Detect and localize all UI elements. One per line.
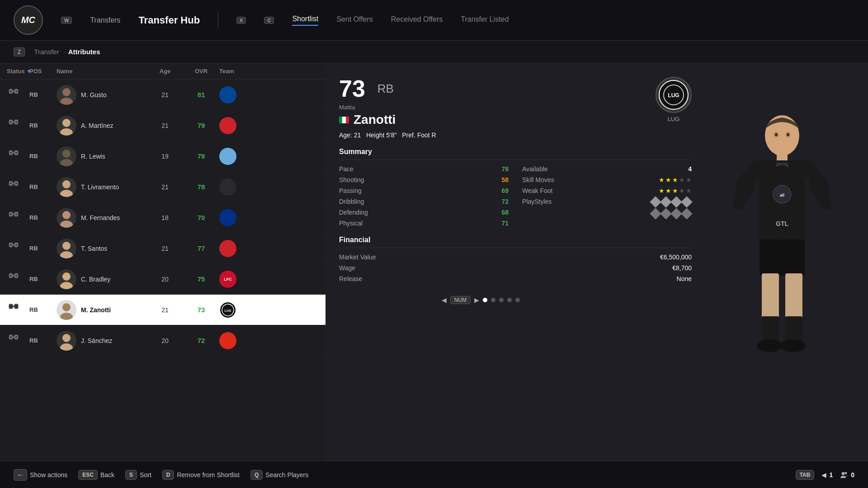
svg-point-9 [10,121,12,123]
svg-point-40 [62,242,71,250]
player-row[interactable]: RB T. Livramento 21 78 [0,172,326,202]
player-row[interactable]: RB T. Santos 21 77 [0,233,326,264]
player-row[interactable]: RB A. Martínez 21 79 [0,110,326,141]
back-label: Back [100,471,114,479]
page-next-icon[interactable]: ▶ [474,296,479,304]
player-row-selected[interactable]: RB M. Zanotti 21 73 LUG [0,295,326,325]
nav-prev-icon: ◀ [821,471,826,479]
team-badge [219,86,236,103]
action-back[interactable]: ESC Back [78,470,114,480]
team-badge: LFC [219,271,236,288]
player-info: C. Bradley [57,269,147,289]
player-list: Status ▼ POS Name Age OVR Team [0,63,326,461]
ovr-value: 78 [183,152,219,160]
age-val: 20 [147,276,183,283]
player-row[interactable]: RB M. Gusto 21 81 [0,80,326,110]
content-area: Status ▼ POS Name Age OVR Team [0,63,868,461]
action-search-players[interactable]: Q Search Players [250,470,308,480]
club-badge-large: LUG [656,77,692,113]
svg-point-54 [62,303,71,311]
action-show-actions[interactable]: ← Show actions [14,469,67,481]
action-remove-shortlist[interactable]: D Remove from Shortlist [162,470,240,480]
player-info: M. Fernandes [57,208,147,228]
nav-title: Transfer Hub [138,14,200,26]
stat-pace: Pace 78 [339,165,509,173]
tab-transfer-listed[interactable]: Transfer Listed [461,15,509,25]
detail-panel: 73 RB Mattia Zanotti [326,63,868,461]
player-avatar [57,177,76,197]
stat-skill-moves: Skill Moves ★ ★ ★ ★ ★ [522,176,692,183]
page-dot-4[interactable] [507,298,512,302]
age-val: 21 [147,306,183,314]
svg-point-34 [60,221,73,228]
svg-point-23 [10,183,12,184]
player-info: M. Zanotti [57,300,147,320]
page-dot-2[interactable] [491,298,495,302]
player-row[interactable]: RB R. Lewis 19 78 [0,141,326,172]
page-dot-3[interactable] [499,298,504,302]
page-dot-5[interactable] [515,298,520,302]
player-row[interactable]: RB M. Fernandes 18 70 [0,202,326,233]
team-badge: LUG [219,301,236,319]
status-icon [7,148,20,164]
status-icon [7,87,20,103]
nav-transfers[interactable]: Transfers [90,16,120,24]
svg-point-26 [62,180,71,188]
player-info: T. Livramento [57,177,147,197]
stat-defending: Defending 68 [339,209,509,216]
key-q: Q [250,470,263,480]
team-badge [219,117,236,134]
key-c-badge: C [264,17,274,24]
player-name: J. Sánchez [81,337,112,344]
player-avatar [57,239,76,258]
key-tab: TAB [796,470,815,480]
player-rows: RB M. Gusto 21 81 RB [0,80,326,461]
pos-badge: RB [29,122,57,129]
svg-rect-46 [13,275,14,277]
svg-point-45 [15,275,17,277]
svg-text:LUG: LUG [225,309,231,312]
action-sort[interactable]: S Sort [125,470,151,480]
sub-tab-attributes[interactable]: Attributes [68,48,100,56]
team-badge [219,148,236,165]
col-status: Status ▼ [7,68,29,75]
tab-received-offers[interactable]: Received Offers [391,15,443,25]
player-row[interactable]: RB C. Bradley 20 75 LFC [0,264,326,295]
svg-point-3 [15,90,17,92]
svg-point-27 [60,190,73,197]
svg-point-63 [62,334,71,342]
player-info: M. Gusto [57,85,147,105]
svg-point-38 [15,244,17,246]
diamond-8 [681,208,692,219]
sub-tab-transfer[interactable]: Transfer [34,48,59,56]
status-icon [7,240,20,257]
col-age: Age [147,68,183,75]
tab-shortlist[interactable]: Shortlist [292,15,318,26]
pos-badge: RB [29,245,57,252]
svg-point-47 [62,272,71,281]
num-badge: NUM [450,296,471,304]
stats-grid: Pace 78 Shooting 58 Passing 69 Dribbli [339,165,692,227]
player-name: C. Bradley [81,276,110,283]
pos-badge: RB [29,276,57,282]
svg-rect-77 [762,316,779,343]
ovr-value: 70 [183,214,219,221]
page-prev-icon[interactable]: ◀ [442,296,447,304]
pos-badge: RB [29,153,57,160]
svg-point-37 [10,244,12,246]
nav-prev[interactable]: ◀ 1 [821,471,833,479]
key-x-badge: X [236,17,246,24]
header: MC W Transfers Transfer Hub X C Shortlis… [0,0,868,41]
player-row[interactable]: RB J. Sánchez 20 72 [0,325,326,356]
player-fullname: Mattia [339,104,436,111]
ovr-pos-row: 73 RB [339,77,436,100]
player-avatar [57,269,76,289]
sub-header: Z Transfer Attributes [0,41,868,63]
tab-sent-offers[interactable]: Sent Offers [336,15,373,25]
svg-rect-78 [785,316,802,343]
list-header: Status ▼ POS Name Age OVR Team [0,63,326,80]
svg-point-5 [62,88,71,96]
people-val: 0 [851,471,854,479]
people-count: 0 [840,471,854,479]
page-dot-1[interactable] [483,298,487,302]
